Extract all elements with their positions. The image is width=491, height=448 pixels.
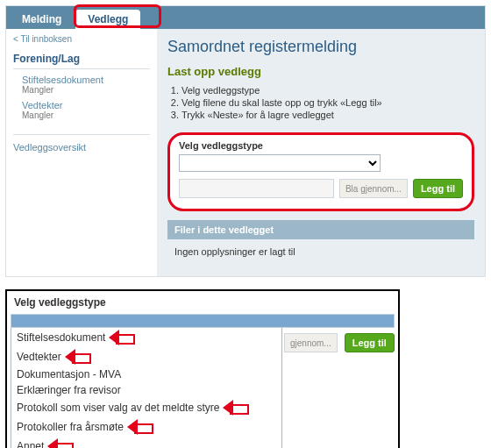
option-protokoller-aarsmote[interactable]: Protokoller fra årsmøte xyxy=(11,417,281,437)
main-panel: Melding Vedlegg < Til innboksen Forening… xyxy=(5,5,486,277)
main-area: Samordnet registermelding Last opp vedle… xyxy=(157,29,485,276)
option-stiftelsesdokument[interactable]: Stiftelsesdokument xyxy=(11,328,281,347)
back-link[interactable]: < Til innboksen xyxy=(13,34,150,44)
dropdown-selected-blank[interactable] xyxy=(11,314,395,328)
option-label: Annet xyxy=(17,440,44,448)
page-title: Samordnet registermelding xyxy=(167,38,474,56)
arrow-icon xyxy=(65,349,95,365)
option-label: Erklæringer fra revisor xyxy=(17,384,121,396)
arrow-icon xyxy=(109,330,139,345)
behind-controls: gjennom... Legg til xyxy=(284,333,395,352)
add-button[interactable]: Legg til xyxy=(345,333,395,352)
step-item: Velg filene du skal laste opp og trykk «… xyxy=(181,97,474,108)
sidebar-item-vedtekter[interactable]: Vedtekter xyxy=(22,100,150,110)
dropdown-detail-panel: Velg vedleggstype gjennom... Legg til St… xyxy=(5,289,400,448)
vedleggstype-label: Velg vedleggstype xyxy=(179,140,463,151)
panel-body: < Til innboksen Forening/Lag Stiftelsesd… xyxy=(6,29,485,276)
file-row: Bla gjennom... Legg til xyxy=(179,179,463,198)
option-label: Protokoll som viser valg av det meldte s… xyxy=(17,402,219,414)
option-vedtekter[interactable]: Vedtekter xyxy=(11,347,281,366)
sidebar-link-vedleggsoversikt[interactable]: Vedleggsoversikt xyxy=(13,134,150,153)
page-subtitle: Last opp vedlegg xyxy=(167,65,474,78)
tab-melding[interactable]: Melding xyxy=(10,10,74,29)
sidebar-item-status: Mangler xyxy=(22,85,150,95)
steps-list: Velg vedleggstype Velg filene du skal la… xyxy=(181,85,474,120)
files-section-header: Filer i dette vedlegget xyxy=(167,220,474,239)
option-label: Vedtekter xyxy=(17,351,61,363)
option-label: Stiftelsesdokument xyxy=(17,331,105,344)
tab-vedlegg[interactable]: Vedlegg xyxy=(75,10,140,29)
sidebar-heading: Forening/Lag xyxy=(13,53,150,69)
browse-button-partial[interactable]: gjennom... xyxy=(284,333,338,352)
option-erklaeringer-revisor[interactable]: Erklæringer fra revisor xyxy=(11,382,281,398)
arrow-icon xyxy=(127,419,157,435)
upload-form-highlight: Velg vedleggstype Bla gjennom... Legg ti… xyxy=(167,132,474,211)
dropdown-options: Stiftelsesdokument Vedtekter Dokumentasj… xyxy=(11,328,282,448)
option-protokoll-styre[interactable]: Protokoll som viser valg av det meldte s… xyxy=(11,398,281,417)
vedleggstype-select[interactable] xyxy=(179,154,381,172)
browse-button[interactable]: Bla gjennom... xyxy=(339,179,408,198)
sidebar: < Til innboksen Forening/Lag Stiftelsesd… xyxy=(6,29,157,276)
files-section-body: Ingen opplysninger er lagt til xyxy=(167,239,474,264)
file-path-input[interactable] xyxy=(179,179,334,198)
option-annet[interactable]: Annet xyxy=(11,437,281,448)
step-item: Trykk «Neste» for å lagre vedlegget xyxy=(181,110,474,120)
arrow-icon xyxy=(223,400,253,416)
option-label: Protokoller fra årsmøte xyxy=(17,421,124,433)
option-label: Dokumentasjon - MVA xyxy=(17,368,121,380)
sidebar-item-stiftelsesdokument[interactable]: Stiftelsesdokument xyxy=(22,75,150,85)
option-dokumentasjon-mva[interactable]: Dokumentasjon - MVA xyxy=(11,366,281,382)
dropdown-title: Velg vedleggstype xyxy=(11,295,395,314)
step-item: Velg vedleggstype xyxy=(181,85,474,96)
tab-bar: Melding Vedlegg xyxy=(6,6,485,29)
arrow-icon xyxy=(47,438,77,448)
sidebar-item-status: Mangler xyxy=(22,110,150,120)
add-button[interactable]: Legg til xyxy=(413,179,463,198)
